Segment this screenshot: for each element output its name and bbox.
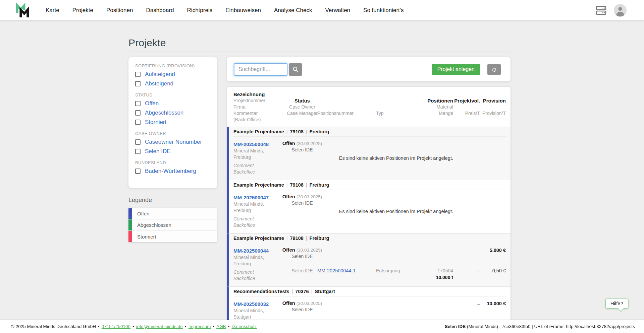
project-name: RecommendationsTests <box>233 289 289 294</box>
project-number-link[interactable]: MM-202500047 <box>233 195 269 200</box>
project-city: Freiburg <box>310 129 329 134</box>
status-badge: Offen <box>282 301 295 306</box>
checkbox-icon[interactable] <box>135 139 141 145</box>
title-separator: | <box>306 182 307 188</box>
status-date: (30.03.2025) <box>297 194 322 199</box>
position-menge: 10.000 t <box>418 275 453 280</box>
nav-item-verwalten[interactable]: Verwalten <box>325 7 350 14</box>
filter-sidebar: SORTIERUNG (PROVISION) Aufsteigend Abste… <box>128 57 217 242</box>
checkbox-icon[interactable] <box>135 120 141 125</box>
no-positions-message: Es sind keine aktiven Positionen im Proj… <box>339 155 453 161</box>
agb-link[interactable]: AGB <box>216 324 226 329</box>
legend-label: Abgeschlossen <box>132 222 171 228</box>
position-material-cell: 170504 10.000 t <box>418 315 453 320</box>
filter-option-baden-wuerttemberg[interactable]: Baden-Württemberg <box>135 166 210 176</box>
project-info-cell: MM-202500032 Mineral Minds, Stuttgart <box>233 301 287 320</box>
title-separator: | <box>286 182 288 188</box>
nav-item-einbauweisen[interactable]: Einbauweisen <box>225 7 261 14</box>
provision-value: 5.000 € <box>480 247 506 261</box>
filter-option-absteigend[interactable]: Absteigend <box>135 79 210 88</box>
project-comment: Comment <box>233 269 287 275</box>
position-number-link[interactable]: MM-202500044-1 <box>317 268 356 273</box>
nav-item-richtpreis[interactable]: Richtpreis <box>187 7 213 14</box>
user-avatar[interactable] <box>614 4 627 17</box>
case-owner: Selen IDE <box>282 254 322 259</box>
status-cell: Offen (30.03.2025) Selen IDE <box>282 301 322 312</box>
project-row-title: Example Projectname|79108|Freiburg <box>233 180 506 190</box>
nav-item-so-funktionierts[interactable]: So funktioniert's <box>363 7 404 14</box>
email-link[interactable]: info@mineral-minds.de <box>136 324 183 329</box>
filter-option-label: Absteigend <box>145 80 173 87</box>
checkbox-icon[interactable] <box>135 81 141 86</box>
filter-option-label: Storniert <box>145 119 166 126</box>
project-company: Mineral Minds, <box>233 201 287 207</box>
nav-item-projekte[interactable]: Projekte <box>72 7 93 14</box>
legend-color-done <box>128 219 132 230</box>
col-provision-t: Provision/T <box>480 111 506 117</box>
navbar-actions <box>596 4 627 17</box>
filter-option-offen[interactable]: Offen <box>135 99 210 108</box>
refresh-button[interactable] <box>487 64 501 75</box>
project-row-202500048: Example Projectname|79108|Freiburg MM-20… <box>227 127 511 180</box>
search-input[interactable] <box>234 63 287 76</box>
nav-item-dashboard[interactable]: Dashboard <box>146 7 174 14</box>
checkbox-icon[interactable] <box>135 110 141 116</box>
create-project-button[interactable]: Projekt anlegen <box>432 64 480 75</box>
status-cell: Offen (30.03.2025) Selen IDE <box>282 194 322 228</box>
title-separator: | <box>306 129 307 134</box>
position-provision: 0,50 € <box>480 264 506 282</box>
project-company: Mineral Minds, <box>233 308 287 314</box>
impressum-link[interactable]: Impressum <box>189 324 211 329</box>
datenschutz-link[interactable]: Datenschutz <box>231 324 257 329</box>
legend-label: Offen <box>132 211 149 216</box>
help-button[interactable]: Hilfe? <box>605 298 629 309</box>
filter-option-label: Aufsteigend <box>145 71 175 78</box>
checkbox-icon[interactable] <box>135 101 141 106</box>
status-date: (30.03.2025) <box>297 301 322 306</box>
refresh-icon <box>491 66 497 73</box>
project-number-link[interactable]: MM-202500048 <box>233 141 269 147</box>
footer: © 2025 Mineral Minds Deutschland GmbH • … <box>0 320 644 333</box>
title-separator: | <box>292 289 293 294</box>
project-backoffice-comment: Backoffice <box>233 275 287 282</box>
position-case-manager: Selen IDE <box>287 264 317 282</box>
search-button[interactable] <box>289 63 302 76</box>
phone-link[interactable]: 07151/250100 <box>102 324 130 329</box>
search-icon <box>292 66 299 73</box>
project-city: Freiburg <box>310 182 329 188</box>
nav-item-karte[interactable]: Karte <box>46 7 59 14</box>
project-info-cell: MM-202500044 Mineral Minds, Freiburg Com… <box>233 247 287 282</box>
legend-item-offen: Offen <box>128 208 217 219</box>
col-status: Status <box>294 98 310 104</box>
toolbar: Projekt anlegen <box>227 57 511 81</box>
col-menge: Menge <box>418 111 453 117</box>
col-positionsnummer: Positionsnummer <box>317 111 368 117</box>
projects-main: Projekt anlegen Bezeichnung Projektnumme… <box>227 57 511 320</box>
filter-section-label: BUNDESLAND <box>135 160 210 165</box>
col-material: Material <box>418 104 453 111</box>
filter-option-storniert[interactable]: Storniert <box>135 118 210 127</box>
filter-option-aufsteigend[interactable]: Aufsteigend <box>135 70 210 79</box>
col-backoffice: (Back-Office) <box>233 117 287 123</box>
nav-item-analyse-check[interactable]: Analyse Check <box>274 7 312 14</box>
checkbox-icon[interactable] <box>135 72 141 77</box>
case-owner: Selen IDE <box>282 147 322 152</box>
project-number-link[interactable]: MM-202500032 <box>233 301 269 307</box>
copyright-text: © 2025 Mineral Minds Deutschland GmbH <box>11 324 96 329</box>
provision-value: 10.000 € <box>480 301 506 312</box>
col-provision: Provision <box>480 98 506 104</box>
top-navbar: Karte Projekte Positionen Dashboard Rich… <box>0 0 644 20</box>
server-status-icon[interactable] <box>596 6 606 15</box>
nav-item-positionen[interactable]: Positionen <box>106 7 133 14</box>
mineral-minds-logo-icon[interactable] <box>15 3 31 18</box>
project-number-link[interactable]: MM-202500044 <box>233 248 269 254</box>
title-separator: | <box>286 236 288 241</box>
projektvol-value: – <box>453 247 480 261</box>
checkbox-icon[interactable] <box>135 149 141 154</box>
project-zip: 70376 <box>295 289 309 294</box>
status-badge: Offen <box>282 247 295 253</box>
filter-option-caseowner-nonumber[interactable]: Caseowner Nonumber <box>135 137 210 147</box>
filter-option-abgeschlossen[interactable]: Abgeschlossen <box>135 108 210 118</box>
filter-option-selen-ide[interactable]: Selen IDE <box>135 147 210 156</box>
checkbox-icon[interactable] <box>135 169 141 174</box>
